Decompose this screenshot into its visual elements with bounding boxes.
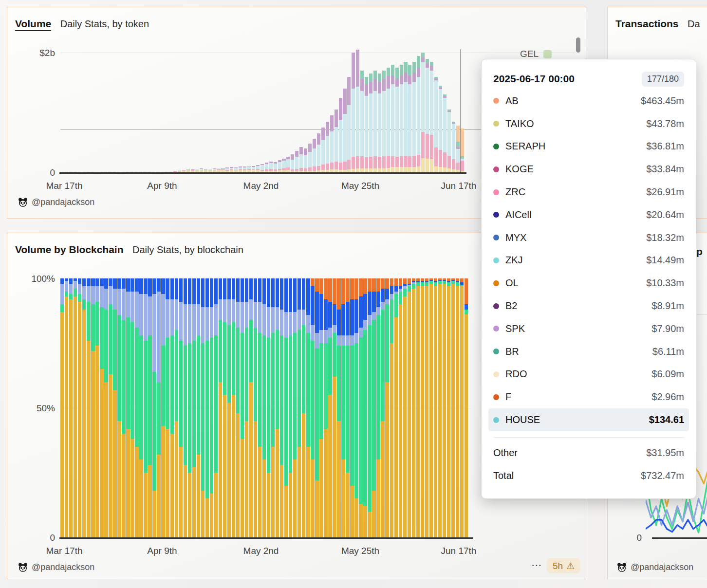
legend-item-gel[interactable]: GEL (520, 49, 552, 59)
volume-bar[interactable] (130, 50, 133, 172)
volume-bar[interactable] (304, 50, 307, 172)
blockchain-bar[interactable] (175, 278, 178, 537)
blockchain-bar[interactable] (429, 278, 433, 537)
blockchain-bar[interactable] (74, 278, 77, 537)
blockchain-bar[interactable] (161, 278, 165, 537)
blockchain-bar[interactable] (311, 278, 314, 537)
blockchain-bar[interactable] (113, 278, 116, 537)
volume-bar[interactable] (112, 50, 116, 172)
volume-bar[interactable] (265, 50, 268, 172)
blockchain-bar[interactable] (456, 278, 459, 537)
blockchain-bar[interactable] (394, 278, 398, 537)
blockchain-bar[interactable] (130, 278, 134, 537)
blockchain-bar[interactable] (188, 278, 191, 537)
blockchain-bar[interactable] (236, 278, 240, 537)
blockchain-bar[interactable] (451, 278, 455, 537)
blockchain-bar[interactable] (412, 278, 415, 537)
volume-bar[interactable] (369, 50, 372, 172)
blockchain-bar[interactable] (324, 278, 327, 537)
blockchain-bar[interactable] (408, 278, 411, 537)
volume-bar[interactable] (291, 50, 294, 172)
blockchain-bar[interactable] (152, 278, 156, 537)
volume-bar[interactable] (335, 50, 338, 172)
volume-bar[interactable] (104, 50, 107, 172)
blockchain-bar[interactable] (271, 278, 275, 537)
volume-bar[interactable] (160, 50, 164, 172)
blockchain-bar[interactable] (276, 278, 279, 537)
blockchain-bar[interactable] (328, 278, 332, 537)
blockchain-bar[interactable] (201, 278, 205, 537)
panel-blockchain-title[interactable]: Volume by Blockchain (15, 244, 124, 255)
volume-bar[interactable] (387, 50, 390, 172)
volume-bar[interactable] (217, 50, 220, 172)
volume-bar[interactable] (330, 50, 334, 172)
blockchain-bar[interactable] (65, 278, 68, 537)
volume-bar[interactable] (60, 50, 64, 172)
volume-bar[interactable] (417, 50, 420, 172)
volume-bar[interactable] (225, 50, 229, 172)
blockchain-bar[interactable] (363, 278, 367, 537)
volume-bar[interactable] (278, 50, 281, 172)
volume-bar[interactable] (382, 50, 386, 172)
volume-bar[interactable] (208, 50, 212, 172)
blockchain-bar[interactable] (372, 278, 375, 537)
blockchain-bar[interactable] (223, 278, 226, 537)
blockchain-bar[interactable] (443, 278, 446, 537)
blockchain-bar[interactable] (144, 278, 147, 537)
volume-bar[interactable] (239, 50, 242, 172)
blockchain-bar[interactable] (192, 278, 196, 537)
volume-bar[interactable] (356, 50, 359, 172)
volume-bar[interactable] (452, 50, 455, 172)
volume-bar[interactable] (213, 50, 216, 172)
volume-bar-chart[interactable] (60, 50, 465, 172)
volume-bar[interactable] (378, 50, 381, 172)
volume-bar[interactable] (121, 50, 125, 172)
blockchain-bar[interactable] (293, 278, 297, 537)
volume-bar[interactable] (200, 50, 203, 172)
blockchain-bar[interactable] (179, 278, 183, 537)
blockchain-bar[interactable] (78, 278, 81, 537)
volume-bar[interactable] (430, 50, 433, 172)
volume-bar[interactable] (169, 50, 172, 172)
volume-attribution-handle[interactable]: @pandajackson (32, 197, 94, 207)
volume-bar[interactable] (165, 50, 168, 172)
blockchain-bar[interactable] (219, 278, 222, 537)
blockchain-bar[interactable] (117, 278, 121, 537)
blockchain-bar[interactable] (184, 278, 187, 537)
blockchain-bar[interactable] (60, 278, 64, 537)
volume-bar[interactable] (286, 50, 290, 172)
blockchain-bar[interactable] (460, 278, 464, 537)
volume-bar[interactable] (426, 50, 429, 172)
blockchain-bar[interactable] (205, 278, 209, 537)
volume-bar[interactable] (152, 50, 155, 172)
volume-bar[interactable] (269, 50, 273, 172)
volume-bar[interactable] (91, 50, 94, 172)
volume-bar[interactable] (352, 50, 355, 172)
blockchain-bar[interactable] (100, 278, 103, 537)
volume-bar[interactable] (408, 50, 411, 172)
volume-bar[interactable] (274, 50, 277, 172)
volume-bar[interactable] (108, 50, 112, 172)
blockchain-bar[interactable] (197, 278, 200, 537)
volume-bar[interactable] (365, 50, 368, 172)
volume-bar[interactable] (395, 50, 399, 172)
blockchain-bar[interactable] (157, 278, 160, 537)
blockchain-bar[interactable] (368, 278, 371, 537)
volume-bar[interactable] (412, 50, 416, 172)
volume-bar[interactable] (308, 50, 312, 172)
volume-bar[interactable] (339, 50, 342, 172)
blockchain-bar[interactable] (210, 278, 213, 537)
blockchain-bar[interactable] (258, 278, 261, 537)
blockchain-bar[interactable] (385, 278, 389, 537)
blockchain-bar[interactable] (341, 278, 345, 537)
blockchain-bar[interactable] (104, 278, 108, 537)
blockchain-bar[interactable] (267, 278, 270, 537)
blockchain-bar[interactable] (245, 278, 248, 537)
panel-volume-title[interactable]: Volume (15, 18, 51, 31)
blockchain-bar[interactable] (289, 278, 292, 537)
volume-bar[interactable] (134, 50, 138, 172)
blockchain-bar[interactable] (354, 278, 358, 537)
blockchain-bar[interactable] (434, 278, 437, 537)
blockchain-bar[interactable] (438, 278, 442, 537)
blockchain-bar[interactable] (249, 278, 253, 537)
